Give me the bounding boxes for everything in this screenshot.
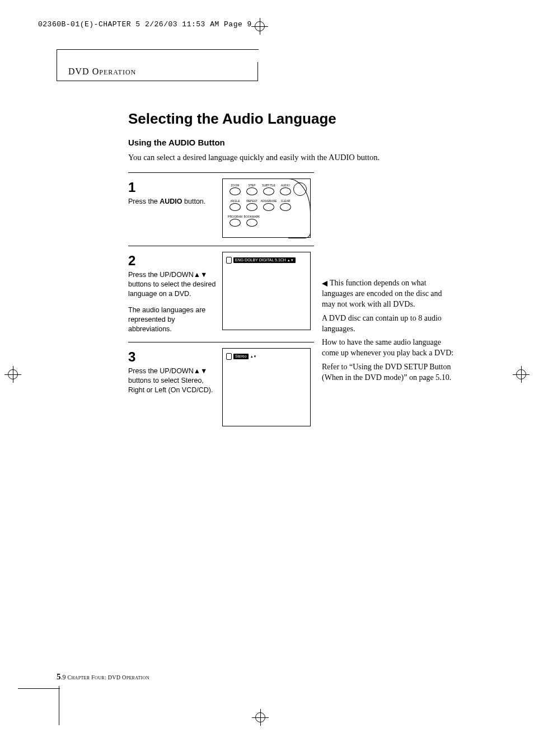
osd-audio-vcd: Stereo ▲▼	[226, 353, 257, 360]
print-slug: 02360B-01(E)-CHAPTER 5 2/26/03 11:53 AM …	[38, 20, 252, 29]
speaker-icon	[226, 257, 232, 264]
step-3-text: Press the UP/DOWN▲▼ buttons to select St…	[128, 367, 213, 394]
arrows-icon: ▲▼	[250, 355, 257, 358]
note-4: Refer to “Using the DVD SETUP Button (Wh…	[322, 362, 454, 383]
step-1: 1 Press the AUDIO button. ZOOM STEP SUBT…	[128, 172, 314, 246]
step-3-figure: Stereo ▲▼	[222, 348, 311, 426]
angle-button-icon: ANGLE	[226, 199, 244, 211]
crop-mark-bottom	[255, 712, 265, 722]
step-1-text-post: button.	[182, 198, 206, 205]
step-3-instruction: 3 Press the UP/DOWN▲▼ buttons to select …	[128, 348, 217, 426]
step-1-figure: ZOOM STEP SUBTITLE AUDIO ANGLE REPEAT AD…	[222, 179, 311, 238]
step-button-icon: STEP	[243, 184, 261, 195]
zoom-button-icon: ZOOM	[226, 184, 244, 195]
triangle-left-icon	[322, 281, 327, 287]
footer-chapter: CHAPTER FOUR: DVD OPERATION	[68, 674, 149, 680]
osd-dvd-text: ENG DOLBY DIGITAL 5.1CH ▲▼	[233, 257, 296, 263]
osd-vcd-text: Stereo	[233, 354, 249, 359]
bookmark-button-icon: BOOKMARK	[243, 215, 261, 227]
step-1-number: 1	[128, 179, 217, 196]
intro-text: You can select a desired language quickl…	[128, 153, 475, 162]
step-2-figure: ENG DOLBY DIGITAL 5.1CH ▲▼	[222, 252, 311, 330]
crop-mark-right	[516, 369, 526, 379]
repeat-button-icon: REPEAT	[243, 199, 261, 211]
page-number-major: 5	[57, 672, 61, 681]
step-1-instruction: 1 Press the AUDIO button.	[128, 179, 217, 238]
step-2-text: Press the UP/DOWN▲▼ buttons to select th…	[128, 271, 216, 298]
note-3: How to have the same audio language come…	[322, 337, 454, 359]
subtitle-button-icon: SUBTITLE	[260, 184, 278, 195]
section-tab: DVD OPERATION	[57, 62, 258, 81]
page-title: Selecting the Audio Language	[128, 110, 475, 128]
page-subtitle: Using the AUDIO Button	[128, 138, 475, 147]
page-number-minor: .9	[61, 673, 66, 681]
header-rule	[57, 49, 259, 62]
step-2: 2 Press the UP/DOWN▲▼ buttons to select …	[128, 246, 314, 342]
step-1-text-bold: AUDIO	[160, 198, 182, 205]
page-footer: 5.9 CHAPTER FOUR: DVD OPERATION	[57, 672, 149, 682]
step-2-instruction: 2 Press the UP/DOWN▲▼ buttons to select …	[128, 252, 217, 334]
step-1-text-pre: Press the	[128, 198, 160, 205]
section-tab-text: DVD OPERATION	[68, 67, 136, 77]
step-2-text2: The audio languages are represented by a…	[128, 306, 205, 333]
speaker-icon	[226, 353, 232, 360]
side-notes: This function depends on what languages …	[322, 278, 454, 387]
step-2-number: 2	[128, 252, 217, 270]
step-3: 3 Press the UP/DOWN▲▼ buttons to select …	[128, 342, 314, 434]
note-1: This function depends on what languages …	[322, 278, 454, 310]
add-erase-button-icon: ADD/ERASE	[260, 199, 278, 211]
crop-mark-left	[8, 369, 18, 379]
osd-audio-dvd: ENG DOLBY DIGITAL 5.1CH ▲▼	[226, 257, 296, 264]
remote-edge-icon	[288, 179, 311, 238]
trim-rule-h	[18, 688, 60, 689]
trim-rule-v	[59, 686, 59, 725]
step-3-number: 3	[128, 348, 217, 366]
note-2: A DVD disc can contain up to 8 audio lan…	[322, 313, 454, 335]
program-button-icon: PROGRAM	[226, 215, 244, 227]
crop-mark-top	[255, 21, 265, 31]
